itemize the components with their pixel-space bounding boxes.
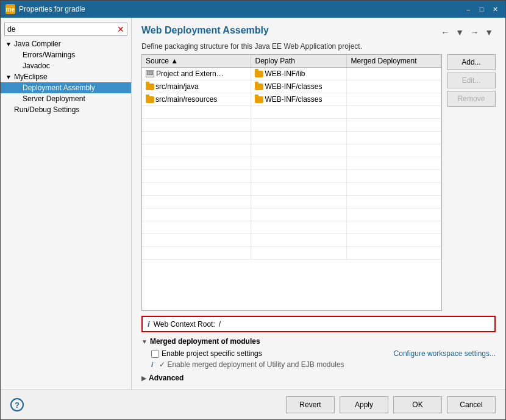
deploy-path-cell: WEB-INF/classes xyxy=(251,80,347,93)
sidebar-item-label: Errors/Warnings xyxy=(23,51,75,59)
source-cell: src/main/java xyxy=(142,80,251,93)
info-icon-small: i xyxy=(151,361,153,368)
source-cell: Project and Extern… xyxy=(142,68,251,80)
enable-settings-checkbox[interactable] xyxy=(151,350,159,358)
sidebar-item-label: Run/Debug Settings xyxy=(14,105,79,114)
deploy-path-cell: WEB-INF/lib xyxy=(251,68,347,80)
merged-deployment-section: ▼ Merged deployment of modules Enable pr… xyxy=(141,337,496,370)
merged-cell xyxy=(347,80,441,93)
footer-buttons: ? Revert Apply OK Cancel xyxy=(1,390,505,419)
back-button[interactable]: ← xyxy=(438,26,452,38)
maximize-button[interactable]: □ xyxy=(476,4,487,14)
deploy-path-cell: WEB-INF/classes xyxy=(251,93,347,106)
search-input[interactable] xyxy=(7,25,117,34)
right-panel: Web Deployment Assembly ← ▼ → ▼ Define p… xyxy=(132,18,505,390)
properties-window: me Properties for gradle – □ ✕ ✕ ▼ Java … xyxy=(0,0,506,420)
col-source: Source ▲ xyxy=(142,55,251,68)
assembly-table-wrap: Source ▲ Deploy Path Merged Deployment xyxy=(141,54,442,311)
panel-title: Web Deployment Assembly xyxy=(141,25,269,36)
sidebar-item-deployment-assembly[interactable]: Deployment Assembly xyxy=(1,82,131,93)
context-root-row: i Web Context Root: xyxy=(141,316,496,332)
table-row-empty xyxy=(142,119,441,132)
sidebar-item-java-compiler[interactable]: ▼ Java Compiler xyxy=(1,38,131,49)
table-row[interactable]: Project and Extern… WEB-INF/lib xyxy=(142,68,441,80)
sidebar-item-myeclipse[interactable]: ▼ MyEclipse xyxy=(1,71,131,82)
table-row[interactable]: src/main/resources WEB-INF/classes xyxy=(142,93,441,106)
table-row-empty xyxy=(142,183,441,196)
advanced-section[interactable]: ▶ Advanced xyxy=(141,374,496,382)
title-bar-left: me Properties for gradle xyxy=(5,4,85,14)
cancel-button[interactable]: Cancel xyxy=(447,396,496,413)
table-row-empty xyxy=(142,106,441,119)
title-bar: me Properties for gradle – □ ✕ xyxy=(1,1,505,18)
search-clear-icon[interactable]: ✕ xyxy=(117,24,124,34)
context-root-input[interactable] xyxy=(219,320,490,329)
close-button[interactable]: ✕ xyxy=(490,4,501,14)
table-row-empty xyxy=(142,221,441,234)
action-buttons: Add... Edit... Remove xyxy=(447,54,496,311)
info-icon: i xyxy=(148,319,150,329)
panel-toolbar: ← ▼ → ▼ xyxy=(438,26,496,38)
window-controls: – □ ✕ xyxy=(463,4,501,14)
merged-info-text: ✓ Enable merged deployment of Utility an… xyxy=(159,360,344,369)
toggle-icon: ▼ xyxy=(5,41,12,48)
folder-icon xyxy=(146,84,154,90)
folder-icon xyxy=(255,84,263,90)
table-row-empty xyxy=(142,247,441,260)
configure-workspace-link[interactable]: Configure workspace settings... xyxy=(394,349,496,358)
table-row-empty xyxy=(142,132,441,144)
table-row-empty xyxy=(142,170,441,183)
sidebar-item-javadoc[interactable]: Javadoc xyxy=(1,60,131,71)
advanced-title: Advanced xyxy=(149,374,184,382)
toggle-icon: ▼ xyxy=(5,74,12,80)
sidebar-item-label: MyEclipse xyxy=(14,73,48,81)
sidebar-item-server-deployment[interactable]: Server Deployment xyxy=(1,93,131,104)
panel-description: Define packaging structure for this Java… xyxy=(141,42,496,51)
assembly-table: Source ▲ Deploy Path Merged Deployment xyxy=(142,55,441,260)
search-box[interactable]: ✕ xyxy=(4,23,127,36)
col-merged-deployment: Merged Deployment xyxy=(347,55,441,68)
advanced-toggle-icon: ▶ xyxy=(141,375,146,382)
merged-cell xyxy=(347,93,441,106)
ok-button[interactable]: OK xyxy=(393,396,442,413)
add-button[interactable]: Add... xyxy=(447,54,496,70)
source-cell: src/main/resources xyxy=(142,93,251,106)
sidebar: ✕ ▼ Java Compiler Errors/Warnings Javado… xyxy=(1,18,132,390)
forward-dropdown-button[interactable]: ▼ xyxy=(482,26,496,38)
sidebar-item-errors-warnings[interactable]: Errors/Warnings xyxy=(1,49,131,60)
enable-settings-label: Enable project specific settings xyxy=(162,349,262,358)
remove-button[interactable]: Remove xyxy=(447,91,496,107)
footer-right-buttons: Revert Apply OK Cancel xyxy=(286,396,496,413)
edit-button[interactable]: Edit... xyxy=(447,73,496,88)
table-row-empty xyxy=(142,208,441,221)
enable-settings-checkbox-label[interactable]: Enable project specific settings xyxy=(151,349,262,358)
table-row-empty xyxy=(142,196,441,208)
merged-section-header[interactable]: ▼ Merged deployment of modules xyxy=(141,337,496,346)
table-row-empty xyxy=(142,234,441,247)
forward-button[interactable]: → xyxy=(468,26,481,38)
main-content: ✕ ▼ Java Compiler Errors/Warnings Javado… xyxy=(1,18,505,390)
window-title: Properties for gradle xyxy=(19,5,85,13)
back-dropdown-button[interactable]: ▼ xyxy=(453,26,466,38)
merged-row: Enable project specific settings Configu… xyxy=(141,348,496,359)
sidebar-item-label: Java Compiler xyxy=(14,40,61,48)
folder-icon xyxy=(255,96,263,103)
revert-button[interactable]: Revert xyxy=(286,396,335,413)
assembly-container: Source ▲ Deploy Path Merged Deployment xyxy=(141,54,496,311)
folder-icon xyxy=(146,96,154,103)
bottom-section: i Web Context Root: ▼ Merged deployment … xyxy=(141,316,496,382)
col-deploy-path: Deploy Path xyxy=(251,55,347,68)
section-toggle-icon: ▼ xyxy=(141,338,148,345)
minimize-button[interactable]: – xyxy=(463,4,474,14)
app-icon: me xyxy=(5,4,15,14)
sidebar-item-label: Javadoc xyxy=(23,62,50,70)
merged-cell xyxy=(347,68,441,80)
help-button[interactable]: ? xyxy=(10,398,24,411)
folder-icon xyxy=(255,71,263,77)
sidebar-item-label: Deployment Assembly xyxy=(23,84,95,92)
table-row[interactable]: src/main/java WEB-INF/classes xyxy=(142,80,441,93)
apply-button[interactable]: Apply xyxy=(340,396,388,413)
sidebar-item-run-debug-settings[interactable]: Run/Debug Settings xyxy=(1,104,131,115)
sidebar-item-label: Server Deployment xyxy=(23,94,85,103)
table-row-empty xyxy=(142,144,441,157)
